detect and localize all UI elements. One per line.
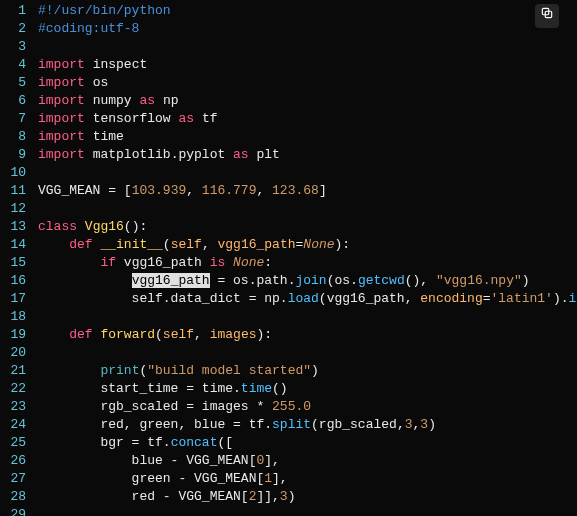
token-op	[202, 255, 210, 270]
token-op: )	[522, 273, 530, 288]
token-mod: numpy	[93, 93, 132, 108]
token-op: bgr = tf.	[38, 435, 171, 450]
line-number: 2	[4, 20, 26, 38]
code-line: import inspect	[38, 56, 577, 74]
code-line: green - VGG_MEAN[1],	[38, 470, 577, 488]
token-op	[85, 75, 93, 90]
line-number: 27	[4, 470, 26, 488]
code-line: import os	[38, 74, 577, 92]
code-line	[38, 344, 577, 362]
code-line: self.data_dict = np.load(vgg16_path, enc…	[38, 290, 577, 308]
token-fn: join	[295, 273, 326, 288]
code-line: red - VGG_MEAN[2]],3)	[38, 488, 577, 506]
copy-button[interactable]	[535, 4, 559, 28]
token-kw: class	[38, 219, 77, 234]
token-op	[85, 111, 93, 126]
line-number: 14	[4, 236, 26, 254]
token-op: ).	[553, 291, 569, 306]
code-line: def __init__(self, vgg16_path=None):	[38, 236, 577, 254]
token-mod: tensorflow	[93, 111, 171, 126]
token-num: 116.779	[202, 183, 257, 198]
token-op	[38, 237, 69, 252]
token-op: start_time = time.	[38, 381, 241, 396]
token-op: ([	[217, 435, 233, 450]
token-op: ]	[319, 183, 327, 198]
line-number: 18	[4, 308, 26, 326]
token-num: 103.939	[132, 183, 187, 198]
token-cmt: #!/usr/bin/python	[38, 3, 171, 18]
token-num: 123.68	[272, 183, 319, 198]
line-number: 15	[4, 254, 26, 272]
token-op: ):	[257, 327, 273, 342]
token-str: 'latin1'	[491, 291, 553, 306]
line-number: 1	[4, 2, 26, 20]
token-num: 3	[420, 417, 428, 432]
token-def: __init__	[100, 237, 162, 252]
code-line: #coding:utf-8	[38, 20, 577, 38]
line-number: 4	[4, 56, 26, 74]
token-op: (	[155, 327, 163, 342]
line-number: 20	[4, 344, 26, 362]
token-op	[85, 93, 93, 108]
token-op: ,	[256, 183, 272, 198]
line-number: 28	[4, 488, 26, 506]
token-num: 255.0	[272, 399, 311, 414]
line-number: 9	[4, 146, 26, 164]
line-number: 8	[4, 128, 26, 146]
token-kw: import	[38, 57, 85, 72]
code-line: def forward(self, images):	[38, 326, 577, 344]
code-line	[38, 200, 577, 218]
line-number: 25	[4, 434, 26, 452]
token-op	[155, 93, 163, 108]
token-kw: as	[139, 93, 155, 108]
token-op	[116, 255, 124, 270]
token-op	[85, 57, 93, 72]
line-number: 10	[4, 164, 26, 182]
token-kw: def	[69, 237, 92, 252]
token-op: ):	[335, 237, 351, 252]
token-fn: load	[288, 291, 319, 306]
token-fn: item	[569, 291, 577, 306]
token-op: )	[428, 417, 436, 432]
line-number: 6	[4, 92, 26, 110]
code-line: import time	[38, 128, 577, 146]
line-number: 12	[4, 200, 26, 218]
token-mod: time	[93, 129, 124, 144]
token-op	[77, 219, 85, 234]
token-op	[38, 273, 132, 288]
token-none: None	[303, 237, 334, 252]
token-op: =	[483, 291, 491, 306]
token-kw: as	[233, 147, 249, 162]
token-op: green - VGG_MEAN[	[38, 471, 264, 486]
line-number: 21	[4, 362, 26, 380]
line-number: 13	[4, 218, 26, 236]
token-op: (vgg16_path,	[319, 291, 420, 306]
code-line: if vgg16_path is None:	[38, 254, 577, 272]
code-line: vgg16_path = os.path.join(os.getcwd(), "…	[38, 272, 577, 290]
code-line: print("build model started")	[38, 362, 577, 380]
token-mod: np	[163, 93, 179, 108]
code-area[interactable]: #!/usr/bin/python#coding:utf-8 import in…	[34, 0, 577, 516]
token-cmt: #coding:utf-8	[38, 21, 139, 36]
code-line: #!/usr/bin/python	[38, 2, 577, 20]
token-fn: getcwd	[358, 273, 405, 288]
token-op: (rgb_scaled,	[311, 417, 405, 432]
token-op: (),	[405, 273, 436, 288]
token-op	[38, 255, 100, 270]
token-op: red - VGG_MEAN[	[38, 489, 249, 504]
token-id: vgg16_path	[124, 255, 202, 270]
token-str: "vgg16.npy"	[436, 273, 522, 288]
token-op: :	[264, 255, 272, 270]
token-op: ],	[272, 471, 288, 486]
token-mod: tf	[202, 111, 218, 126]
code-line: blue - VGG_MEAN[0],	[38, 452, 577, 470]
token-op: ,	[186, 183, 202, 198]
token-op: ]],	[256, 489, 279, 504]
token-kw: if	[100, 255, 116, 270]
token-mod: matplotlib.pyplot	[93, 147, 226, 162]
token-op	[85, 129, 93, 144]
token-op: ()	[272, 381, 288, 396]
token-none: None	[233, 255, 264, 270]
line-number: 19	[4, 326, 26, 344]
token-op: (os.	[327, 273, 358, 288]
